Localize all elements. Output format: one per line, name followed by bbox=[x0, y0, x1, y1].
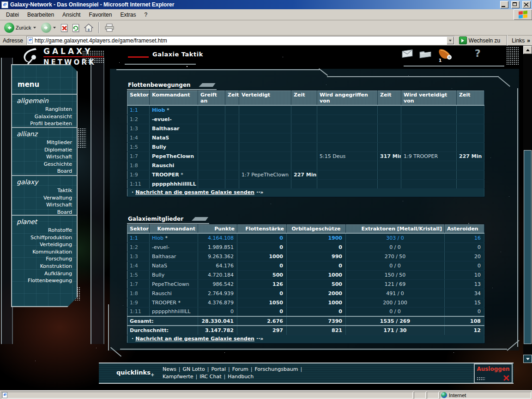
fleet-header-row: SektorKommandantGreift anZeitVerteidigtZ… bbox=[127, 91, 484, 106]
sidebar-item[interactable]: Board bbox=[57, 209, 72, 215]
folder-icon[interactable] bbox=[418, 48, 433, 62]
quicklink[interactable]: IRC Chat bbox=[200, 374, 221, 380]
fleet-strength-cell: 1000 bbox=[237, 252, 287, 261]
send-galaxy-message-link[interactable]: Nachricht an die gesamte Galaxie senden bbox=[135, 336, 254, 342]
scroll-up-button[interactable] bbox=[523, 46, 532, 54]
menu-item[interactable]: ? bbox=[140, 10, 151, 20]
help-icon[interactable]: ? bbox=[475, 48, 481, 59]
dust-decor bbox=[506, 47, 519, 65]
asteroids-cell: 13 bbox=[445, 279, 484, 289]
attacked-by-cell bbox=[317, 133, 378, 142]
average-row: Durchschnitt: 3.147.782 297 821 171 / 30… bbox=[127, 326, 484, 335]
attacks-cell bbox=[198, 151, 225, 161]
quicklink[interactable]: Kampfwerte bbox=[163, 374, 193, 380]
go-icon bbox=[459, 36, 467, 44]
logout-x-icon bbox=[503, 375, 509, 381]
print-button[interactable] bbox=[103, 21, 116, 35]
sidebar-item[interactable]: Forschung bbox=[46, 256, 72, 262]
go-button[interactable]: Wechseln zu bbox=[457, 36, 502, 45]
menu-item[interactable]: Bearbeiten bbox=[23, 10, 58, 20]
quicklink[interactable]: GN Lotto bbox=[182, 366, 205, 372]
defends-cell bbox=[239, 105, 291, 115]
scroll-down-button[interactable] bbox=[523, 355, 532, 363]
stop-button[interactable] bbox=[59, 21, 69, 35]
sidebar-item[interactable]: Konstruktion bbox=[40, 263, 72, 269]
menu-item[interactable]: Ansicht bbox=[58, 10, 85, 20]
sector-cell: 1:9 bbox=[127, 298, 150, 307]
back-dropdown-icon[interactable] bbox=[33, 27, 36, 29]
ship-icon[interactable]: 1 bbox=[437, 48, 453, 63]
sidebar-item[interactable]: Taktik bbox=[57, 187, 72, 193]
minimize-button[interactable] bbox=[500, 1, 508, 8]
asteroids-cell: 0 bbox=[445, 242, 484, 252]
time-cell bbox=[225, 170, 239, 179]
sidebar-item[interactable]: Verwaltung bbox=[43, 195, 72, 201]
asteroids-cell: 10 bbox=[445, 270, 484, 279]
ship-count-badge: 1 bbox=[439, 58, 441, 63]
orbital-guns-cell: 1000 bbox=[287, 298, 346, 307]
sidebar-item[interactable]: Galaxieansicht bbox=[35, 114, 72, 120]
time-cell bbox=[225, 142, 239, 151]
sidebar-item[interactable]: Diplomatie bbox=[44, 147, 72, 153]
game-content: GALAXY NETWORK menu allgemein Ranglisten… bbox=[0, 46, 532, 390]
time-cell bbox=[378, 115, 401, 124]
sidebar-item[interactable]: Rohstoffe bbox=[48, 227, 72, 233]
attacks-cell bbox=[198, 124, 225, 133]
extractors-cell: 121 / 69 bbox=[346, 279, 445, 289]
logout-button[interactable]: Ausloggen bbox=[474, 363, 513, 383]
attacks-cell bbox=[198, 115, 225, 124]
links-chevron-icon[interactable]: » bbox=[527, 37, 530, 44]
time-cell: 317 Min bbox=[378, 151, 401, 161]
address-input[interactable]: e http://game.galaxynet.4players.de/game… bbox=[26, 36, 454, 45]
sidebar-item[interactable]: Ranglisten bbox=[45, 106, 72, 112]
links-label[interactable]: Links bbox=[512, 37, 525, 44]
quicklink[interactable]: Forum bbox=[232, 366, 248, 372]
scrollbar-thumb[interactable] bbox=[524, 150, 532, 344]
time-cell bbox=[291, 161, 317, 170]
home-button[interactable] bbox=[82, 21, 95, 35]
quicklink[interactable]: News bbox=[163, 366, 176, 372]
time-cell bbox=[457, 161, 484, 170]
column-header: Sektor bbox=[127, 225, 150, 234]
sidebar-item[interactable]: Wirtschaft bbox=[46, 154, 72, 160]
menu-item[interactable]: Favoriten bbox=[85, 10, 116, 20]
sidebar-item[interactable]: Verteidigung bbox=[40, 242, 72, 248]
sector-cell: 1:1 bbox=[127, 233, 150, 242]
sector-cell: 1:4 bbox=[127, 133, 150, 142]
back-button[interactable]: Zurück bbox=[2, 21, 38, 35]
defends-cell bbox=[239, 133, 291, 142]
forward-dropdown-icon[interactable] bbox=[53, 27, 56, 29]
orbital-guns-cell: 0 bbox=[287, 242, 346, 252]
maximize-button[interactable] bbox=[511, 1, 520, 8]
sidebar-item[interactable]: Kommunikation bbox=[32, 249, 72, 255]
attacked-by-cell bbox=[317, 142, 378, 151]
sidebar-item[interactable]: Mitglieder bbox=[47, 139, 72, 145]
fleet-row: 1:1 Hiob * bbox=[127, 105, 484, 115]
menu-item[interactable]: Datei bbox=[2, 10, 23, 20]
sidebar-item[interactable]: Flottenbewegung bbox=[28, 278, 72, 284]
frame-scrollbar[interactable] bbox=[523, 46, 532, 363]
forward-button[interactable] bbox=[39, 21, 58, 35]
sidebar-item[interactable]: Wirtschaft bbox=[46, 202, 72, 208]
commander-cell: TROOPER * bbox=[150, 170, 198, 179]
sidebar-item[interactable]: Profil bearbeiten bbox=[30, 121, 72, 127]
sidebar-item[interactable]: Board bbox=[57, 168, 72, 174]
link-arrows: ··» bbox=[256, 189, 263, 195]
menu-item[interactable]: Extras bbox=[116, 10, 140, 20]
commander-cell: Hiob * bbox=[150, 105, 198, 115]
sidebar-item[interactable]: Geschichte bbox=[44, 161, 72, 167]
close-button[interactable] bbox=[522, 1, 531, 8]
quicklink[interactable]: Forschungsbaum bbox=[254, 366, 298, 372]
sidebar-item[interactable]: Schiffproduktion bbox=[30, 235, 72, 241]
address-dropdown-icon[interactable] bbox=[447, 36, 454, 44]
quicklink[interactable]: Portal bbox=[211, 366, 226, 372]
title-red-dash bbox=[128, 56, 149, 58]
mail-icon[interactable] bbox=[401, 48, 415, 62]
commander-cell: NataS bbox=[150, 133, 198, 142]
defends-cell: 1:7 PepeTheClown bbox=[239, 170, 291, 179]
sidebar-item[interactable]: Aufklärung bbox=[44, 271, 72, 277]
quicklink[interactable]: Handbuch bbox=[228, 374, 254, 380]
defended-by-cell bbox=[401, 124, 457, 133]
refresh-button[interactable] bbox=[71, 21, 81, 35]
send-galaxy-message-link[interactable]: Nachricht an die gesamte Galaxie senden bbox=[135, 189, 254, 195]
